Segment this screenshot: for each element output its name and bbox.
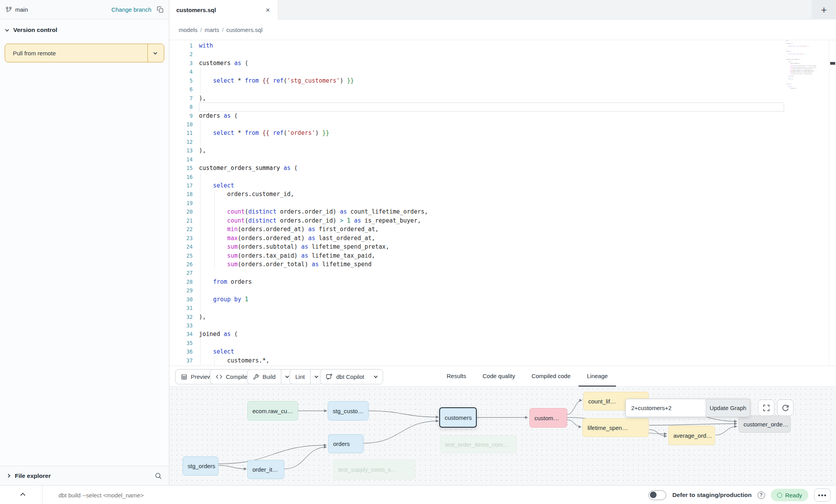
refresh-graph-button[interactable] [777, 400, 793, 416]
code-line-3[interactable]: customers as ( [199, 59, 784, 67]
code-line-34[interactable]: joined as ( [199, 330, 784, 338]
code-editor[interactable]: 1234567891011121314151617181920212223242… [169, 40, 836, 366]
breadcrumb-marts[interactable]: marts [205, 27, 220, 33]
code-content[interactable]: with customers as ( select * from {{ ref… [199, 41, 784, 365]
code-line-5[interactable]: select * from {{ ref('stg_customers') }} [199, 76, 784, 85]
new-tab-button[interactable]: + [812, 0, 836, 19]
code-line-23[interactable]: max(orders.ordered_at) as last_ordered_a… [199, 234, 784, 242]
code-line-36[interactable]: select [199, 347, 784, 356]
code-line-26[interactable]: sum(orders.order_total) as lifetime_spen… [199, 260, 784, 269]
lineage-node-test-supply-costs[interactable]: test_supply_costs_s… [333, 460, 415, 479]
lineage-node-lifetime-spend[interactable]: lifetime_spen… [582, 418, 649, 437]
line-number: 24 [169, 242, 193, 251]
tab-compiled-code[interactable]: Compiled code [523, 366, 579, 387]
code-line-11[interactable]: select * from {{ ref('orders') }} [199, 129, 784, 137]
code-line-7[interactable]: ), [199, 94, 784, 103]
main-panel: customers.sql × + models / marts / custo… [169, 0, 836, 485]
ready-dot-icon [777, 493, 782, 498]
lineage-node-customer-orders[interactable]: customer_orde… [738, 416, 791, 433]
code-line-9[interactable]: orders as ( [199, 111, 784, 120]
code-line-19[interactable] [199, 199, 784, 207]
fullscreen-button[interactable] [758, 400, 774, 416]
pull-from-remote-button[interactable]: Pull from remote [5, 44, 164, 62]
code-line-32[interactable]: ), [199, 313, 784, 321]
line-number: 9 [169, 111, 193, 120]
lineage-node-customers[interactable]: customers [439, 407, 477, 428]
tab-lineage[interactable]: Lineage [579, 366, 616, 387]
wrench-icon [253, 374, 259, 380]
copilot-dropdown-toggle[interactable] [370, 370, 383, 384]
code-line-27[interactable] [199, 269, 784, 277]
line-number: 37 [169, 356, 193, 365]
lineage-node-orders[interactable]: orders [328, 434, 364, 453]
build-button[interactable]: Build [247, 369, 294, 384]
dbt-copilot-button[interactable]: dbt Copilot [320, 369, 383, 384]
code-line-30[interactable]: group by 1 [199, 295, 784, 304]
code-line-25[interactable]: sum(orders.tax_paid) as lifetime_tax_pai… [199, 251, 784, 260]
help-icon[interactable]: ? [758, 492, 765, 499]
tab-close-icon[interactable]: × [266, 6, 270, 14]
code-line-20[interactable]: count(distinct orders.order_id) as count… [199, 207, 784, 216]
line-number: 27 [169, 269, 193, 277]
copy-icon[interactable] [157, 6, 163, 13]
code-line-1[interactable]: with [199, 41, 784, 50]
tab-code-quality[interactable]: Code quality [474, 366, 523, 387]
version-control-header[interactable]: Version control [0, 24, 169, 36]
code-line-6[interactable] [199, 85, 784, 94]
code-line-16[interactable] [199, 173, 784, 181]
breadcrumb-models[interactable]: models [179, 27, 197, 33]
search-icon[interactable] [154, 472, 162, 479]
command-input[interactable] [59, 486, 527, 504]
code-line-18[interactable]: orders.customer_id, [199, 190, 784, 198]
line-number: 22 [169, 225, 193, 233]
code-line-28[interactable]: from orders [199, 278, 784, 286]
line-number: 20 [169, 207, 193, 216]
copilot-segment: dbt Copilot [320, 370, 370, 384]
editor-scrollbar[interactable] [829, 40, 836, 366]
code-line-12[interactable] [199, 138, 784, 146]
defer-toggle[interactable] [648, 490, 666, 500]
lineage-node-stg-customers[interactable]: stg_custo… [328, 401, 369, 421]
tab-results[interactable]: Results [438, 366, 474, 387]
lineage-canvas[interactable]: ecom.raw_cu…stg_custo…customerscustom…co… [169, 387, 836, 485]
code-line-29[interactable] [199, 286, 784, 295]
line-number: 15 [169, 164, 193, 172]
lineage-node-customers-semantic[interactable]: custom… [529, 408, 567, 428]
scrollbar-thumb[interactable] [830, 62, 835, 65]
more-options-button[interactable]: ●●● [814, 488, 831, 502]
lineage-node-ecom-raw-customers[interactable]: ecom.raw_cu… [247, 401, 298, 421]
code-line-15[interactable]: customer_orders_summary as ( [199, 164, 784, 172]
model-selector-input[interactable] [625, 399, 706, 417]
code-line-21[interactable]: count(distinct orders.order_id) > 1 as i… [199, 216, 784, 225]
expand-command-bar-button[interactable] [15, 486, 30, 504]
file-explorer-header[interactable]: File explorer [0, 466, 169, 485]
code-line-2[interactable] [199, 50, 784, 58]
defer-label: Defer to staging/production [672, 492, 751, 499]
code-line-4[interactable] [199, 67, 784, 76]
lineage-node-order-items[interactable]: order_it… [247, 460, 284, 479]
lineage-node-average-order-value[interactable]: average_ord… [668, 426, 715, 445]
code-line-10[interactable] [199, 120, 784, 129]
editor-toolbar: Preview Compile Build Lint [169, 366, 836, 387]
editor-tab-customers-sql[interactable]: customers.sql × [169, 0, 278, 19]
code-line-37[interactable]: customers.*, [199, 356, 784, 365]
line-number: 29 [169, 286, 193, 295]
code-line-31[interactable] [199, 304, 784, 312]
code-line-14[interactable] [199, 155, 784, 164]
minimap[interactable]: with customers as ( select * from {{ ref… [786, 40, 816, 93]
change-branch-link[interactable]: Change branch [111, 6, 151, 13]
lineage-node-stg-orders[interactable]: stg_orders [183, 456, 218, 476]
pull-dropdown-toggle[interactable] [147, 44, 164, 62]
lineage-node-test-order-items[interactable]: test_order_items_com… [440, 435, 517, 453]
code-line-17[interactable]: select [199, 181, 784, 190]
code-line-33[interactable] [199, 321, 784, 330]
code-line-35[interactable] [199, 339, 784, 347]
code-content[interactable]: with customers as ( select * from {{ ref… [786, 40, 816, 89]
update-graph-button[interactable]: Update Graph [706, 399, 750, 417]
code-line-13[interactable]: ), [199, 146, 784, 155]
code-line-8[interactable] [199, 103, 784, 111]
code-line-24[interactable]: sum(orders.subtotal) as lifetime_spend_p… [199, 242, 784, 251]
lint-button[interactable]: Lint [289, 369, 323, 384]
code-line-22[interactable]: min(orders.ordered_at) as first_ordered_… [199, 225, 784, 233]
dbt-ide-app: main Change branch Version control Pull … [0, 0, 836, 504]
